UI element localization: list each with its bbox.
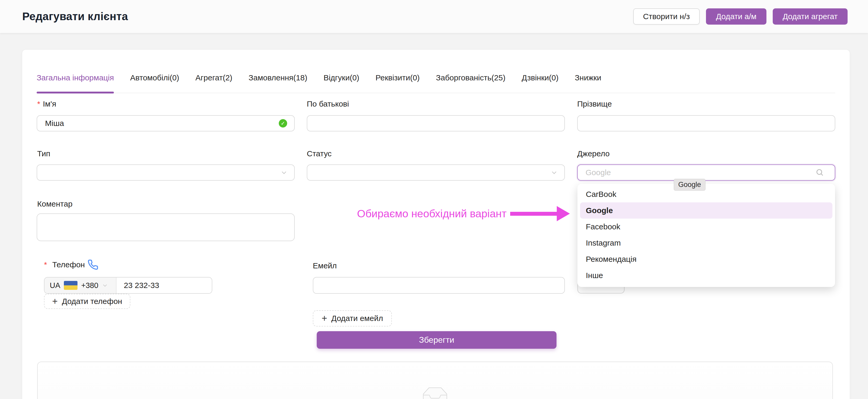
annotation-text: Обираємо необхідний варіант bbox=[357, 208, 506, 220]
tab-debt[interactable]: Заборгованість(25) bbox=[436, 69, 505, 93]
required-asterisk: * bbox=[44, 260, 47, 269]
tab-aggregate[interactable]: Агрегат(2) bbox=[195, 69, 232, 93]
plus-icon: + bbox=[52, 297, 58, 306]
tab-reviews[interactable]: Відгуки(0) bbox=[323, 69, 360, 93]
annotation-arrow bbox=[510, 212, 557, 216]
client-card: Загальна інформація Автомобілі(0) Агрега… bbox=[22, 50, 850, 399]
middle-name-label: По батькові bbox=[307, 99, 349, 109]
create-order-button[interactable]: Створити н/з bbox=[633, 8, 700, 25]
phone-label: Телефон bbox=[52, 260, 85, 269]
option-google[interactable]: Google bbox=[580, 203, 832, 219]
middle-name-input[interactable] bbox=[307, 115, 565, 131]
phone-label-row: * Телефон bbox=[44, 259, 98, 270]
chevron-down-icon bbox=[102, 282, 108, 288]
source-dropdown: CarBook Google Facebook Instagram Рекоме… bbox=[578, 184, 835, 287]
option-facebook[interactable]: Facebook bbox=[578, 219, 835, 235]
tab-bar: Загальна інформація Автомобілі(0) Агрега… bbox=[37, 69, 835, 93]
plus-icon: + bbox=[322, 314, 327, 323]
dial-code: +380 bbox=[81, 281, 98, 290]
save-button[interactable]: Зберегти bbox=[317, 331, 557, 349]
last-name-input[interactable] bbox=[577, 115, 835, 131]
required-asterisk: * bbox=[37, 99, 40, 108]
status-label: Статус bbox=[307, 149, 332, 158]
tab-requisites[interactable]: Реквізити(0) bbox=[376, 69, 420, 93]
ukraine-flag-icon bbox=[64, 281, 78, 290]
source-label: Джерело bbox=[577, 149, 610, 158]
valid-check-icon: ✓ bbox=[279, 119, 287, 127]
annotation-arrowhead-icon bbox=[557, 206, 570, 221]
comment-textarea[interactable] bbox=[37, 213, 295, 241]
tab-calls[interactable]: Дзвінки(0) bbox=[522, 69, 559, 93]
edit-client-page: Редагувати клієнта Створити н/з Додати а… bbox=[0, 0, 868, 399]
chevron-down-icon bbox=[551, 169, 558, 176]
add-phone-button[interactable]: + Додати телефон bbox=[44, 294, 130, 309]
email-input[interactable] bbox=[313, 277, 565, 294]
phone-number-input[interactable] bbox=[117, 278, 212, 293]
search-icon bbox=[815, 168, 824, 177]
topbar-actions: Створити н/з Додати а/м Додати агрегат bbox=[633, 8, 847, 25]
empty-inbox-icon bbox=[423, 388, 447, 399]
comment-label: Коментар bbox=[37, 200, 72, 208]
option-other[interactable]: Інше bbox=[578, 267, 835, 283]
phone-input-group: UA +380 bbox=[44, 277, 212, 294]
add-car-button[interactable]: Додати а/м bbox=[706, 8, 767, 25]
source-tooltip: Google bbox=[674, 179, 706, 191]
status-select[interactable] bbox=[307, 164, 565, 181]
option-instagram[interactable]: Instagram bbox=[578, 235, 835, 251]
country-code: UA bbox=[50, 281, 60, 290]
chevron-down-icon bbox=[281, 169, 287, 176]
email-label: Емейл bbox=[313, 261, 337, 270]
tab-discounts[interactable]: Знижки bbox=[575, 69, 601, 93]
add-email-button[interactable]: + Додати емейл bbox=[313, 310, 392, 327]
phone-icon bbox=[87, 259, 98, 270]
topbar: Редагувати клієнта Створити н/з Додати а… bbox=[0, 0, 868, 33]
option-carbook[interactable]: CarBook bbox=[578, 186, 835, 203]
type-select[interactable] bbox=[37, 164, 295, 181]
add-aggregate-button[interactable]: Додати агрегат bbox=[773, 8, 847, 25]
first-name-label: *Ім'я bbox=[37, 99, 56, 109]
last-name-label: Прізвище bbox=[577, 99, 612, 109]
tab-general-info[interactable]: Загальна інформація bbox=[37, 69, 114, 93]
page-title: Редагувати клієнта bbox=[22, 10, 633, 23]
phone-country-selector[interactable]: UA +380 bbox=[44, 278, 117, 293]
annotation: Обираємо необхідний варіант bbox=[357, 205, 570, 222]
tab-cars[interactable]: Автомобілі(0) bbox=[130, 69, 179, 93]
type-label: Тип bbox=[37, 149, 50, 158]
tab-orders[interactable]: Замовлення(18) bbox=[249, 69, 307, 93]
source-search-input[interactable] bbox=[577, 164, 835, 181]
option-recommendation[interactable]: Рекомендація bbox=[578, 251, 835, 267]
first-name-input[interactable] bbox=[37, 115, 295, 131]
